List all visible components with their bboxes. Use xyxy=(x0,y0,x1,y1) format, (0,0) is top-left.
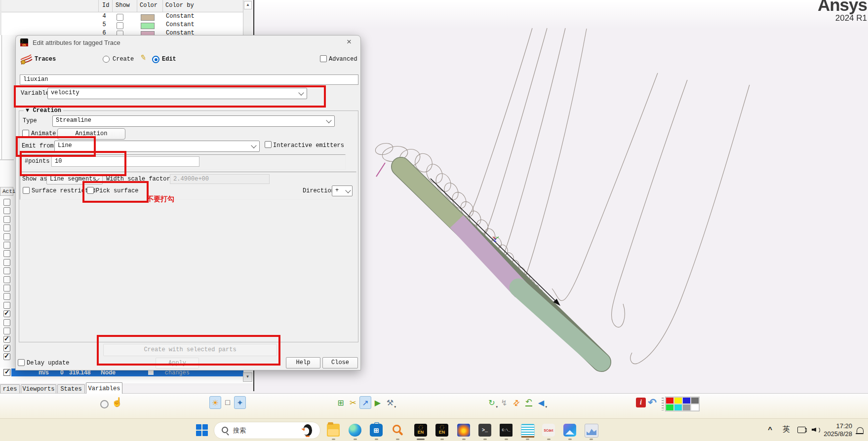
palette-color[interactable] xyxy=(691,404,699,411)
view-direction-icon[interactable]: ◀▾ xyxy=(535,396,547,409)
direction-combobox[interactable]: + xyxy=(332,185,353,196)
taskbar-file-explorer[interactable] xyxy=(327,424,340,437)
variable-active-checkbox[interactable] xyxy=(3,199,10,206)
help-button[interactable]: Help xyxy=(286,357,320,368)
reset-view-icon[interactable]: ↶ xyxy=(523,396,535,409)
undo-icon[interactable]: ↶ xyxy=(646,396,658,409)
pick-surface-checkbox[interactable] xyxy=(87,187,94,194)
animate-label[interactable]: Animate xyxy=(31,130,56,137)
variable-active-checkbox[interactable] xyxy=(3,310,10,317)
taskbar-search[interactable]: 搜索 xyxy=(214,422,320,439)
surface-restricted-label[interactable]: Surface restricted xyxy=(32,187,96,194)
variable-active-checkbox[interactable] xyxy=(3,224,10,231)
variable-active-checkbox[interactable] xyxy=(3,285,10,292)
variable-active-checkbox[interactable] xyxy=(3,319,10,326)
trace-arrow-icon[interactable]: ↗ xyxy=(359,396,371,409)
interactive-emitters-label[interactable]: Interactive emitters xyxy=(273,142,344,149)
variable-active-checkbox[interactable] xyxy=(3,207,10,214)
wireframe-cube-icon[interactable]: □ xyxy=(222,396,234,409)
pick-surface-label[interactable]: Pick surface xyxy=(96,187,138,194)
taskbar-edge[interactable] xyxy=(349,424,361,437)
animation-settings-button[interactable]: Animation settings... xyxy=(57,128,125,140)
notification-bell-icon[interactable] xyxy=(857,427,864,433)
show-checkbox[interactable] xyxy=(117,14,123,21)
tab-queries[interactable]: ries xyxy=(0,384,20,394)
info-icon[interactable]: i xyxy=(636,398,646,407)
show-as-combobox[interactable]: Line segments xyxy=(46,174,103,184)
palette-color[interactable] xyxy=(691,397,699,404)
taskbar-ensight-2[interactable]: EN xyxy=(435,424,448,437)
trace-name-input[interactable]: liuxian xyxy=(20,74,358,85)
show-checkbox[interactable] xyxy=(117,22,123,29)
taskbar-chart-app[interactable] xyxy=(585,424,598,438)
creation-group-label[interactable]: ▼ Creation xyxy=(24,107,63,114)
dialog-titlebar[interactable]: ҉EN Edit attributes for tagged Trace × xyxy=(16,36,360,49)
apply-changes-button[interactable]: Apply changes xyxy=(156,358,199,368)
taskbar-cmd[interactable]: C:\_ xyxy=(500,424,513,437)
variable-active-checkbox[interactable] xyxy=(3,259,10,266)
start-button[interactable] xyxy=(196,424,208,436)
variable-active-checkbox[interactable] xyxy=(3,250,10,257)
taskbar-store[interactable]: ⊞ xyxy=(370,424,383,437)
delay-update-label[interactable]: Delay update xyxy=(27,360,69,367)
fit-scale-icon[interactable]: ⇄ xyxy=(511,396,522,409)
variable-active-checkbox[interactable] xyxy=(3,328,10,334)
palette-color[interactable] xyxy=(674,397,682,404)
tools-icon[interactable]: ⚒▾ xyxy=(384,396,396,409)
color-swatch[interactable] xyxy=(141,23,155,29)
variable-active-checkbox[interactable] xyxy=(3,353,10,360)
ime-indicator[interactable]: 英 xyxy=(783,425,790,434)
close-icon[interactable]: × xyxy=(344,37,355,47)
variable-active-checkbox[interactable] xyxy=(3,345,10,352)
variable-active-checkbox[interactable] xyxy=(3,336,10,343)
taskbar-cfd-post[interactable] xyxy=(457,424,470,437)
palette-color[interactable] xyxy=(674,404,682,411)
tray-chevron-icon[interactable]: ^ xyxy=(768,425,772,434)
variable-active-checkbox[interactable] xyxy=(3,267,10,274)
palette-color[interactable] xyxy=(682,397,691,404)
variable-combobox[interactable]: velocity xyxy=(47,88,307,99)
emitter-tool-icon[interactable]: ▶ xyxy=(372,396,384,409)
emit-from-combobox[interactable]: Line xyxy=(54,141,260,152)
add-part-icon[interactable]: ⊞ xyxy=(335,396,347,409)
delay-update-checkbox[interactable] xyxy=(18,359,25,366)
edit-radio[interactable] xyxy=(152,56,159,63)
parts-table-row[interactable]: 5Constant xyxy=(1,21,244,30)
tab-states[interactable]: States xyxy=(57,384,85,394)
variable-active-checkbox[interactable] xyxy=(3,369,10,376)
close-button[interactable]: Close xyxy=(322,357,358,368)
parts-table-scrollbar[interactable]: ▲ xyxy=(243,0,251,35)
create-radio[interactable] xyxy=(103,56,110,63)
advanced-label[interactable]: Advanced xyxy=(329,56,357,63)
hand-pointer-icon[interactable]: ☝ xyxy=(112,397,122,407)
clip-tool-icon[interactable]: ✂ xyxy=(347,396,359,409)
parts-table-row[interactable]: 4Constant xyxy=(1,13,244,21)
variable-list-dropdown-icon[interactable]: ▼ xyxy=(243,372,252,382)
speaker-icon[interactable] xyxy=(812,426,821,433)
palette-color[interactable] xyxy=(666,404,674,411)
create-with-selected-parts-button[interactable]: Create with selected parts xyxy=(103,344,277,356)
blade-part[interactable] xyxy=(401,167,601,362)
taskbar-notepad[interactable] xyxy=(521,424,535,438)
taskbar-ensight[interactable]: EN xyxy=(414,424,427,437)
clock[interactable]: 17:20 2025/8/28 xyxy=(824,422,852,438)
taskbar-search-app[interactable] xyxy=(391,424,404,437)
variable-active-checkbox[interactable] xyxy=(3,276,10,283)
palette-color[interactable] xyxy=(682,404,691,411)
variable-active-checkbox[interactable] xyxy=(3,242,10,249)
mode-circle-icon[interactable] xyxy=(100,400,109,408)
taskbar-scdet[interactable]: SCdet xyxy=(542,424,555,437)
create-radio-label[interactable]: Create xyxy=(113,56,134,63)
scroll-up-icon[interactable]: ▲ xyxy=(244,1,252,9)
flash-icon[interactable]: ↯ xyxy=(498,396,510,409)
rotate-zoom-icon[interactable]: ↻▾ xyxy=(486,396,498,409)
surface-restricted-checkbox[interactable] xyxy=(23,187,30,194)
advanced-checkbox[interactable] xyxy=(320,55,327,62)
variable-active-checkbox[interactable] xyxy=(3,233,10,240)
animate-checkbox[interactable] xyxy=(22,130,29,137)
variable-active-checkbox[interactable] xyxy=(3,293,10,300)
variable-active-checkbox[interactable] xyxy=(3,216,10,223)
type-combobox[interactable]: Streamline xyxy=(52,115,335,127)
shaded-render-icon[interactable]: ☀ xyxy=(209,396,221,409)
color-swatch[interactable] xyxy=(141,14,155,21)
